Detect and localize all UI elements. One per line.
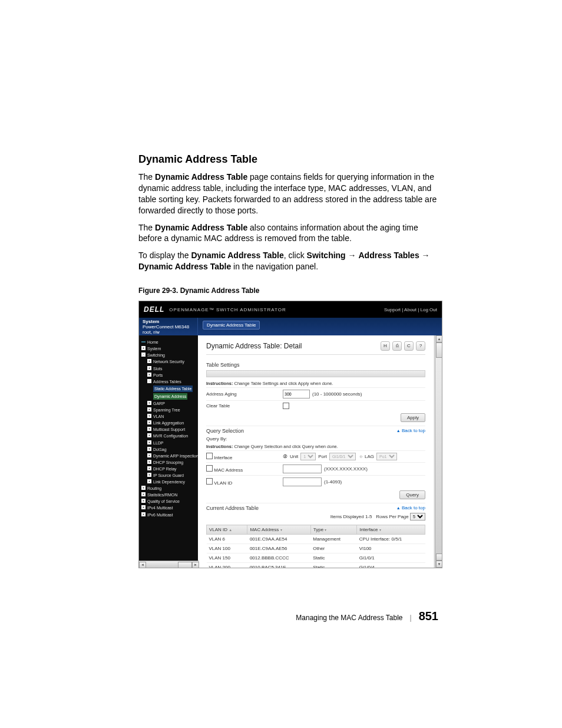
p3a: To display the [138, 251, 191, 260]
lag-select[interactable]: Po1 [376, 453, 397, 460]
scroll-thumb-top[interactable] [436, 342, 442, 358]
brand-logo: DELL [144, 305, 164, 314]
p3d: Switching [307, 251, 346, 260]
p2a: The [138, 223, 155, 232]
nav-switching[interactable]: Switching [147, 353, 165, 358]
breadcrumb[interactable]: Dynamic Address Table [203, 321, 260, 330]
nav-ipv6[interactable]: IPv6 Multicast [147, 512, 173, 518]
apply-button[interactable]: Apply [401, 413, 425, 422]
mac-checkbox[interactable] [206, 465, 213, 472]
system-info: System PowerConnect M6348 root, r/w [139, 318, 198, 335]
nav-vlan[interactable]: VLAN [153, 414, 164, 419]
vertical-scrollbar[interactable]: ▲ ▼ [435, 335, 442, 568]
scroll-down-icon[interactable]: ▼ [436, 561, 442, 568]
clear-table-label: Clear Table [206, 403, 283, 409]
nav-dot1ag[interactable]: Dot1ag [153, 447, 167, 452]
nav-dhcp-relay[interactable]: DHCP Relay [153, 466, 177, 472]
nav-static-address[interactable]: Static Address Table [153, 386, 193, 392]
nav-ports[interactable]: Ports [153, 373, 163, 378]
footer-divider: | [410, 614, 412, 622]
nav-qos[interactable]: Quality of Service [147, 499, 180, 504]
current-table-header: Current Address Table [206, 503, 259, 512]
scroll-up-icon[interactable]: ▲ [436, 335, 442, 342]
nav-dhcp-snoop[interactable]: DHCP Snooping [153, 460, 183, 465]
save-icon[interactable]: H [381, 341, 390, 351]
nav-dynamic-address[interactable]: Dynamic Address [153, 393, 187, 400]
scroll-thumb-bottom[interactable] [436, 554, 442, 561]
help-icon[interactable]: ? [416, 341, 425, 351]
table-settings-header: Table Settings [206, 360, 425, 369]
nav-network-security[interactable]: Network Security [153, 359, 184, 364]
p3b: Dynamic Address Table [191, 251, 284, 260]
print-icon[interactable]: ⎙ [392, 341, 402, 351]
unit-select[interactable]: 1 [300, 453, 316, 460]
mac-label: MAC Address [214, 467, 243, 473]
nav-ip-source[interactable]: IP Source Guard [153, 473, 184, 478]
user-role: root, r/w [143, 330, 194, 335]
nav-link-agg[interactable]: Link Aggregation [153, 420, 184, 426]
nav-link-dep[interactable]: Link Dependency [153, 479, 185, 485]
p3c: , click [284, 251, 307, 260]
nav-tree[interactable]: Home +System -Switching +Network Securit… [139, 335, 198, 568]
nav-lldp[interactable]: LLDP [153, 440, 164, 446]
nav-home[interactable]: Home [147, 340, 158, 345]
table-row: VLAN 100001E.C9AA.AE56OtherVl100 [207, 544, 425, 554]
nav-multicast[interactable]: Multicast Support [153, 427, 185, 432]
instructions-2: Instructions: Change Query Selection and… [206, 443, 425, 450]
unit-label: Unit [290, 454, 298, 459]
top-links[interactable]: Support | About | Log Out [384, 307, 437, 312]
p3i: in the navigation panel. [231, 262, 318, 271]
table-row: VLAN 6001E.C9AA.AE54ManagementCPU Interf… [207, 535, 425, 544]
scroll-left-icon[interactable]: ◄ [139, 562, 146, 568]
instructions-1: Instructions: Change Table Settings and … [206, 380, 425, 387]
p1a: The [138, 172, 155, 182]
nav-spanning-tree[interactable]: Spanning Tree [153, 407, 180, 413]
col-iface[interactable]: Interface ▾ [357, 525, 425, 535]
nav-ipv4[interactable]: IPv4 Multicast [147, 505, 173, 510]
mac-input[interactable] [283, 465, 322, 473]
footer-page-number: 851 [419, 610, 438, 623]
p3e: → [346, 251, 359, 260]
interface-label: Interface [214, 455, 232, 460]
divider-bar [206, 370, 425, 377]
main-panel: Dynamic Address Table: Detail H ⎙ C ? Ta… [198, 335, 442, 568]
refresh-icon[interactable]: C [404, 341, 414, 351]
vlanid-checkbox[interactable] [206, 478, 213, 485]
p2b: Dynamic Address Table [155, 223, 247, 232]
footer-chapter: Managing the MAC Address Table [296, 614, 402, 622]
col-type[interactable]: Type ▾ [310, 525, 357, 535]
scroll-thumb[interactable] [178, 562, 192, 568]
nav-address-tables[interactable]: Address Tables [153, 379, 181, 384]
clear-table-checkbox[interactable] [283, 403, 289, 409]
scroll-right-icon[interactable]: ► [192, 562, 199, 568]
nav-routing[interactable]: Routing [147, 486, 161, 491]
address-aging-label: Address Aging [206, 391, 283, 397]
address-aging-input[interactable] [283, 390, 310, 398]
vlanid-input[interactable] [283, 477, 322, 486]
query-button[interactable]: Query [399, 490, 425, 499]
figure-caption: Figure 29-3. Dynamic Address Table [138, 286, 438, 295]
vlanid-label: VLAN ID [214, 480, 232, 486]
nav-stats[interactable]: Statistics/RMON [147, 492, 177, 498]
nav-garp[interactable]: GARP [153, 401, 165, 406]
intro-para-1: The Dynamic Address Table page contains … [138, 172, 438, 216]
nav-mvr[interactable]: MVR Configuration [153, 433, 188, 439]
col-mac[interactable]: MAC Address ▾ [247, 525, 310, 535]
panel-title: Dynamic Address Table: Detail [206, 342, 302, 350]
blue-header: System PowerConnect M6348 root, r/w Dyna… [139, 318, 442, 335]
port-select[interactable]: Gi1/0/1 [329, 453, 356, 460]
items-displayed: Items Displayed 1-5 [330, 514, 372, 519]
interface-checkbox[interactable] [206, 453, 213, 459]
horizontal-scrollbar[interactable]: ◄ ► [139, 561, 199, 568]
col-vlan[interactable]: VLAN ID ▲ [207, 525, 247, 535]
nav-system[interactable]: System [147, 346, 161, 351]
breadcrumb-area: Dynamic Address Table [198, 318, 442, 335]
back-to-top-link-2[interactable]: ▲ Back to top [396, 505, 425, 510]
rows-per-page-select[interactable]: 5 [410, 513, 425, 521]
rows-per-page-label: Rows Per Page [376, 514, 409, 519]
back-to-top-link[interactable]: ▲ Back to top [396, 428, 425, 433]
nav-dyn-arp[interactable]: Dynamic ARP Inspection [153, 453, 198, 459]
query-by-label: Query By: [206, 434, 425, 443]
page-footer: Managing the MAC Address Table | 851 [138, 610, 438, 623]
nav-slots[interactable]: Slots [153, 366, 163, 371]
